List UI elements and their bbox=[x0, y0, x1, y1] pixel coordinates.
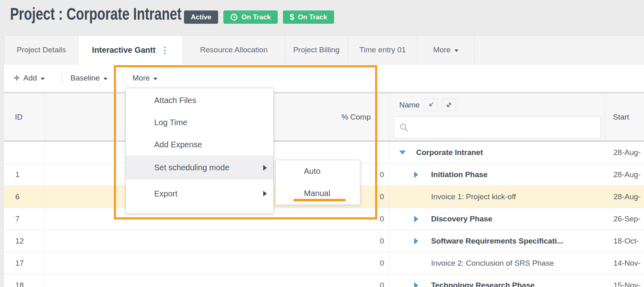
expand-icon bbox=[446, 101, 452, 108]
search-icon bbox=[399, 123, 409, 132]
submenu-arrow-icon bbox=[263, 165, 267, 171]
name-header-row: Name bbox=[399, 99, 456, 111]
status-badge-active: Active bbox=[184, 10, 218, 24]
cell-name: Invoice 2: Conclusion of SRS Phase bbox=[389, 252, 605, 274]
menu-item-add-expense[interactable]: Add Expense bbox=[126, 134, 273, 156]
tab-label: More bbox=[433, 45, 450, 54]
column-header-id: ID bbox=[4, 93, 45, 140]
baseline-label: Baseline bbox=[70, 74, 100, 83]
table-row[interactable]: 7 0 Discovery Phase 26-Sep- bbox=[4, 208, 644, 230]
cell-name: Initiation Phase bbox=[389, 164, 605, 186]
task-name: Corporate Intranet bbox=[416, 148, 483, 157]
toolbar-divider bbox=[62, 72, 62, 84]
collapse-icon bbox=[427, 101, 434, 108]
tab-label: Time entry 01 bbox=[359, 45, 406, 54]
table-row[interactable]: 17 0 Invoice 2: Conclusion of SRS Phase … bbox=[4, 252, 644, 275]
tab-resource-allocation[interactable]: Resource Allocation bbox=[183, 36, 285, 64]
toolbar-divider bbox=[123, 72, 123, 84]
more-label: More bbox=[132, 74, 150, 83]
cell-id: 1 bbox=[4, 164, 45, 186]
menu-item-export[interactable]: Export bbox=[126, 180, 273, 208]
clock-icon bbox=[230, 13, 238, 21]
column-label: Name bbox=[399, 101, 420, 109]
tree-collapsed-icon[interactable] bbox=[414, 171, 421, 178]
task-name: Software Requirements Specificati... bbox=[431, 237, 563, 246]
status-badges: Active On Track $ On Track bbox=[184, 10, 334, 24]
cell-id: 7 bbox=[4, 208, 45, 230]
collapse-all-button[interactable] bbox=[424, 99, 438, 111]
tab-label: Interactive Gantt bbox=[92, 45, 156, 55]
cell-id: 18 bbox=[4, 275, 45, 287]
tab-label: Project Billing bbox=[293, 45, 339, 54]
cell-id: 12 bbox=[4, 230, 45, 252]
add-label: Add bbox=[23, 74, 37, 83]
menu-item-label: Auto bbox=[304, 167, 320, 176]
badge-label: On Track bbox=[298, 13, 327, 21]
cell-id bbox=[4, 142, 45, 163]
table-row[interactable]: 18 0 Technology Research Phase 15-Nov- bbox=[4, 275, 644, 287]
cell-name: Software Requirements Specificati... bbox=[389, 230, 605, 252]
cell-pct-comp: 0 bbox=[45, 275, 389, 287]
expand-all-button[interactable] bbox=[442, 99, 456, 111]
cell-start: 14-Nov- bbox=[605, 252, 644, 274]
cell-start: 15-Nov- bbox=[605, 275, 644, 287]
name-search-box bbox=[394, 117, 601, 138]
tree-collapsed-icon[interactable] bbox=[414, 238, 421, 244]
task-name: Invoice 2: Conclusion of SRS Phase bbox=[431, 259, 554, 268]
app-header: Project : Corporate Intranet Active On T… bbox=[0, 0, 644, 35]
chevron-down-icon bbox=[103, 78, 107, 80]
plus-icon: ✚ bbox=[14, 74, 20, 82]
tree-collapsed-icon[interactable] bbox=[414, 216, 421, 222]
menu-item-label: Manual bbox=[304, 189, 330, 198]
cell-name: Corporate Intranet bbox=[389, 142, 605, 163]
menu-item-set-scheduling-mode[interactable]: Set scheduling mode bbox=[126, 156, 273, 179]
menu-item-log-time[interactable]: Log Time bbox=[126, 111, 273, 134]
task-name: Discovery Phase bbox=[431, 215, 492, 223]
tree-collapsed-icon[interactable] bbox=[414, 282, 421, 287]
cell-start: 26-Sep- bbox=[605, 208, 644, 230]
chevron-down-icon bbox=[153, 78, 157, 80]
tree-expanded-icon[interactable] bbox=[399, 151, 406, 155]
column-label: ID bbox=[15, 113, 23, 122]
tab-label: Resource Allocation bbox=[200, 45, 268, 54]
cell-start: 28-Aug- bbox=[605, 142, 644, 163]
tab-time-entry-01[interactable]: Time entry 01 bbox=[348, 36, 417, 64]
manual-underline-annotation bbox=[293, 199, 346, 201]
menu-item-attach-files[interactable]: Attach Files bbox=[126, 89, 273, 111]
chevron-down-icon bbox=[454, 50, 458, 52]
cell-id: 6 bbox=[4, 186, 45, 208]
column-header-name: Name bbox=[389, 93, 605, 140]
badge-label: Active bbox=[191, 13, 211, 21]
name-search-input[interactable] bbox=[413, 120, 601, 136]
baseline-button[interactable]: Baseline bbox=[70, 64, 107, 92]
badge-label: On Track bbox=[242, 13, 271, 21]
tab-interactive-gantt[interactable]: Interactive Gantt ⋮ bbox=[78, 36, 183, 64]
menu-item-label: Set scheduling mode bbox=[154, 163, 229, 172]
menu-item-label: Add Expense bbox=[154, 140, 202, 149]
tab-project-details[interactable]: Project Details bbox=[4, 36, 78, 64]
chevron-down-icon bbox=[41, 78, 45, 80]
cell-name: Discovery Phase bbox=[389, 208, 605, 230]
menu-item-label: Log Time bbox=[154, 118, 187, 127]
cell-name: Invoice 1: Project kick-off bbox=[389, 186, 605, 208]
menu-item-label: Attach Files bbox=[154, 96, 196, 105]
task-name: Technology Research Phase bbox=[431, 281, 535, 287]
status-badge-budget-on-track: $ On Track bbox=[283, 10, 334, 24]
submenu-arrow-icon bbox=[263, 191, 267, 196]
tab-project-billing[interactable]: Project Billing bbox=[285, 36, 348, 64]
column-header-start: Start bbox=[605, 93, 644, 140]
tab-options-icon[interactable]: ⋮ bbox=[160, 46, 169, 55]
table-row[interactable]: 12 0 Software Requirements Specificati..… bbox=[4, 230, 644, 252]
add-button[interactable]: ✚ Add bbox=[14, 64, 45, 92]
submenu-item-auto[interactable]: Auto bbox=[276, 160, 360, 182]
cell-start: 18-Oct- bbox=[605, 230, 644, 252]
task-name: Invoice 1: Project kick-off bbox=[431, 192, 516, 201]
cell-pct-comp: 0 bbox=[45, 230, 389, 252]
dollar-icon: $ bbox=[290, 12, 294, 22]
status-badge-schedule-on-track: On Track bbox=[223, 10, 278, 24]
gantt-toolbar: ✚ Add Baseline More bbox=[4, 64, 644, 92]
more-context-menu: Attach Files Log Time Add Expense Set sc… bbox=[126, 88, 274, 214]
cell-id: 17 bbox=[4, 252, 45, 274]
tab-more[interactable]: More bbox=[417, 36, 475, 64]
menu-item-label: Export bbox=[154, 189, 178, 198]
